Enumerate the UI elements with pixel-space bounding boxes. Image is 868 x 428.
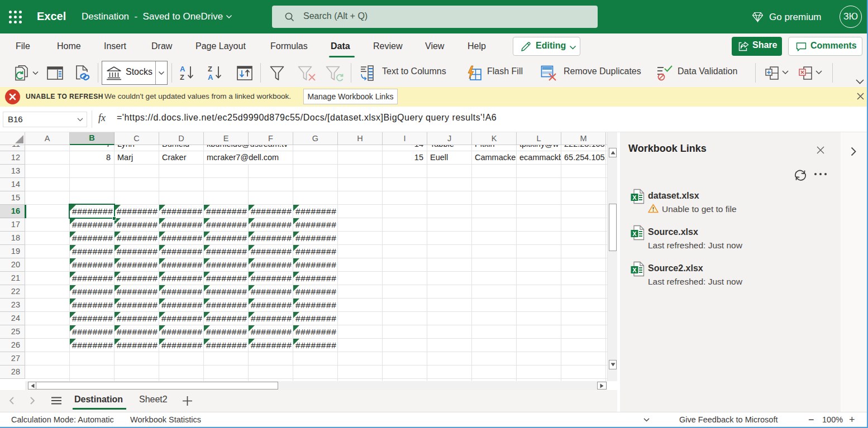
svg-text:X: X [632, 230, 637, 237]
svg-text:X: X [632, 267, 637, 273]
svg-text:X: X [632, 194, 637, 201]
svg-text:A: A [180, 65, 185, 73]
svg-text:Z: Z [208, 65, 212, 73]
svg-text:A: A [208, 73, 213, 81]
svg-text:Z: Z [180, 73, 184, 81]
